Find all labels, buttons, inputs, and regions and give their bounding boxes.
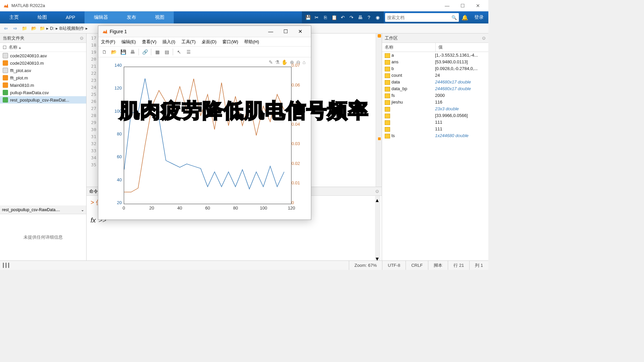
workspace-variable[interactable]: 111: [382, 119, 488, 126]
file-item[interactable]: code20240810.asv: [0, 52, 86, 59]
file-list-header[interactable]: ☐ 名称 ▴: [0, 43, 86, 52]
open-figure-icon[interactable]: 📂: [110, 48, 118, 56]
file-list[interactable]: code20240810.asvcode20240810.mfft_plot.a…: [0, 52, 86, 205]
cut-icon[interactable]: ✂: [313, 14, 320, 21]
tab-view[interactable]: 视图: [146, 11, 174, 23]
command-menu-icon[interactable]: ⊙: [375, 189, 379, 194]
paste-icon[interactable]: 📋: [331, 14, 337, 21]
figure-menu-item[interactable]: 工具(T): [181, 39, 196, 45]
workspace-variable[interactable]: ans[53.9480,0.0113]: [382, 59, 488, 65]
search-docs[interactable]: 🔍: [385, 13, 459, 22]
copy-icon[interactable]: ⎘: [322, 14, 329, 21]
fx-icon[interactable]: fx: [91, 217, 96, 224]
panel-menu-icon[interactable]: ⊙: [80, 36, 84, 41]
figure-titlebar[interactable]: Figure 1 — ☐ ✕: [98, 26, 311, 37]
editor-scrollbar[interactable]: [376, 34, 382, 187]
file-item[interactable]: code20240810.m: [0, 59, 86, 67]
figure-menu-item[interactable]: 帮助(H): [244, 39, 259, 45]
tab-apps[interactable]: APP: [56, 11, 85, 23]
workspace-variable[interactable]: jieshu116: [382, 99, 488, 106]
workspace-variable[interactable]: fs2000: [382, 92, 488, 99]
insert-legend-icon[interactable]: ▤: [163, 48, 171, 56]
undo-icon[interactable]: ↶: [339, 14, 346, 21]
ws-value-header[interactable]: 值: [436, 43, 488, 52]
search-input[interactable]: [387, 15, 451, 20]
workspace-variable-list[interactable]: a[1,-3.5532,5.1361,-4...ans[53.9480,0.01…: [382, 52, 488, 139]
status-eol[interactable]: CRLF: [406, 261, 428, 270]
status-filetype[interactable]: 脚本: [428, 261, 448, 270]
detail-collapse-icon[interactable]: ⌄: [81, 207, 84, 212]
workspace-variable[interactable]: count24: [382, 72, 488, 79]
link-axes-icon[interactable]: 🔗: [141, 48, 149, 56]
print-icon[interactable]: 🖶: [357, 14, 364, 21]
status-encoding[interactable]: UTF-8: [382, 261, 406, 270]
figure-menu-item[interactable]: 查看(V): [142, 39, 156, 45]
tab-home[interactable]: 主页: [0, 11, 28, 23]
figure-menubar[interactable]: 文件(F)编辑(E)查看(V)插入(I)工具(T)桌面(D)窗口(W)帮助(H): [98, 37, 311, 47]
figure-menu-item[interactable]: 编辑(E): [121, 39, 136, 45]
datatip-icon[interactable]: ⚗: [275, 59, 279, 65]
status-line[interactable]: 行 21: [448, 261, 469, 270]
ws-name-header[interactable]: 名称: [382, 43, 436, 52]
workspace-variable[interactable]: ts1x244680 double: [382, 132, 488, 139]
file-item[interactable]: fft_plot.asv: [0, 67, 86, 74]
figure-canvas[interactable]: ✎ ⚗ ✋ ⊕ ⊖ ⌂ 20406080100120140 00.010.020…: [98, 57, 311, 219]
drive-label[interactable]: D:: [50, 26, 54, 31]
workspace-variable[interactable]: a[1,-3.5532,5.1361,-4...: [382, 52, 488, 59]
file-item[interactable]: rest_postpullup_csv-RawDat...: [0, 96, 86, 104]
breadcrumb[interactable]: 📁 ▸ D: ▸ B站视频制作 ▸: [40, 25, 88, 32]
workspace-variable[interactable]: 111: [382, 126, 488, 132]
minimize-button[interactable]: —: [439, 0, 455, 11]
code-warning-marker[interactable]: [378, 34, 381, 38]
plot-area[interactable]: [124, 67, 291, 204]
login-button[interactable]: 登录: [470, 11, 488, 23]
figure-menu-item[interactable]: 窗口(W): [222, 39, 238, 45]
insert-colorbar-icon[interactable]: ▦: [153, 48, 161, 56]
file-item[interactable]: pullup-RawData.csv: [0, 89, 86, 96]
name-column-header[interactable]: 名称: [9, 44, 17, 50]
pan-icon[interactable]: ✋: [281, 59, 288, 65]
minimap-marker[interactable]: [378, 137, 381, 140]
maximize-button[interactable]: ☐: [455, 0, 470, 11]
figure-maximize-button[interactable]: ☐: [278, 26, 293, 37]
browse-icon[interactable]: 📂: [30, 25, 38, 32]
tab-publish[interactable]: 发布: [117, 11, 146, 23]
status-column[interactable]: 列 1: [469, 261, 488, 270]
property-inspector-icon[interactable]: ☰: [184, 48, 193, 56]
brush-icon[interactable]: ✎: [269, 59, 273, 65]
workspace-variable[interactable]: 23x3 double: [382, 106, 488, 112]
workspace-variable[interactable]: [33.9966,0.0566]: [382, 112, 488, 119]
command-scrollbar[interactable]: ▴ ▾: [375, 196, 380, 260]
notifications-icon[interactable]: 🔔: [460, 11, 470, 23]
help-icon[interactable]: ?: [366, 14, 372, 21]
figure-menu-item[interactable]: 桌面(D): [202, 39, 216, 45]
close-button[interactable]: ✕: [470, 0, 486, 11]
new-figure-icon[interactable]: 🗋: [100, 48, 108, 56]
sort-asc-icon[interactable]: ▴: [19, 45, 21, 50]
figure-close-button[interactable]: ✕: [293, 26, 308, 37]
nav-fwd-icon[interactable]: ⇨: [11, 25, 19, 32]
workspace-variable[interactable]: b[0.0928,0,-0.2784,0,...: [382, 65, 488, 72]
crumb-0[interactable]: B站视频制作: [59, 25, 84, 32]
figure-menu-item[interactable]: 插入(I): [162, 39, 175, 45]
workspace-columns[interactable]: 名称 值: [382, 43, 488, 52]
tab-editor[interactable]: 编辑器: [85, 11, 117, 23]
tab-plots[interactable]: 绘图: [28, 11, 56, 23]
addons-icon[interactable]: ◉: [374, 14, 381, 21]
nav-back-icon[interactable]: ⇦: [2, 25, 9, 32]
redo-icon[interactable]: ↷: [348, 14, 355, 21]
save-figure-icon[interactable]: 💾: [119, 48, 127, 56]
edit-plot-icon[interactable]: ↖: [175, 48, 183, 56]
workspace-variable[interactable]: data_bp244680x17 double: [382, 85, 488, 92]
search-icon[interactable]: 🔍: [451, 15, 457, 20]
workspace-menu-icon[interactable]: ⊙: [482, 36, 486, 41]
workspace-variable[interactable]: data244680x17 double: [382, 79, 488, 85]
folder-up-icon[interactable]: 📁: [21, 25, 28, 32]
status-zoom[interactable]: Zoom: 67%: [349, 261, 382, 270]
file-item[interactable]: fft_plot.m: [0, 74, 86, 81]
file-item[interactable]: Main0810.m: [0, 81, 86, 89]
figure-menu-item[interactable]: 文件(F): [101, 39, 115, 45]
print-figure-icon[interactable]: 🖶: [128, 48, 137, 56]
figure-minimize-button[interactable]: —: [263, 26, 278, 37]
save-icon[interactable]: 💾: [305, 14, 311, 21]
